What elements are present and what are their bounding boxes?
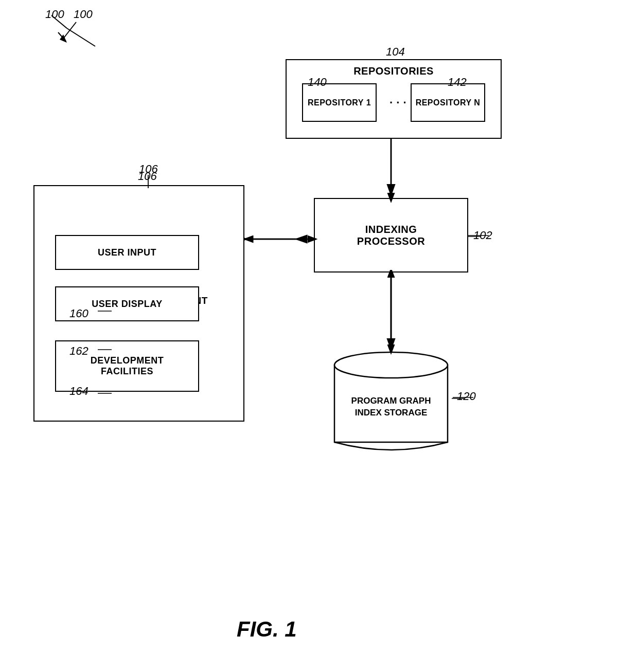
ref-160: 160 [69,307,88,320]
svg-point-14 [334,352,448,378]
repositoryN-box: REPOSITORY N [411,83,485,122]
indexing-processor-box: INDEXINGPROCESSOR [314,198,468,273]
ref-120: 120 [457,390,476,403]
repository1-label: REPOSITORY 1 [308,98,371,107]
dev-facilities-label: DEVELOPMENTFACILITIES [91,355,164,377]
program-graph-cylinder: PROGRAM GRAPH INDEX STORAGE [329,350,453,452]
ref-100: 100 [45,8,64,21]
software-dev-box: SOFTWARE DEVELOPMENTENVIRONMENT USER INP… [33,185,244,422]
svg-text:PROGRAM GRAPH: PROGRAM GRAPH [351,396,431,406]
dots-label: · · · [389,96,406,110]
repositoryN-label: REPOSITORY N [416,98,481,107]
user-display-label: USER DISPLAY [92,299,162,310]
ref-140: 140 [308,76,327,89]
svg-marker-29 [60,34,67,43]
ref-162: 162 [69,344,88,358]
svg-line-7 [67,28,95,46]
ref-104: 104 [386,45,405,59]
svg-text:100: 100 [74,8,93,21]
svg-line-28 [58,32,66,41]
figure-label: FIG. 1 [237,617,297,642]
repository1-box: REPOSITORY 1 [302,83,377,122]
svg-text:INDEX STORAGE: INDEX STORAGE [355,408,427,417]
svg-line-27 [63,22,76,39]
ref-142: 142 [448,76,467,89]
user-input-box: USER INPUT [55,235,199,270]
ref-164: 164 [69,385,88,398]
user-input-label: USER INPUT [98,247,156,258]
repositories-box: REPOSITORIES REPOSITORY 1 · · · REPOSITO… [286,59,502,139]
indexing-processor-label: INDEXINGPROCESSOR [357,224,425,247]
repositories-label: REPOSITORIES [353,65,434,77]
ref-102: 102 [473,229,492,242]
diagram: 100 REPOSITORIES REPOSITORY 1 · · · REPO… [0,0,638,672]
ref-106: 106 [138,170,157,183]
